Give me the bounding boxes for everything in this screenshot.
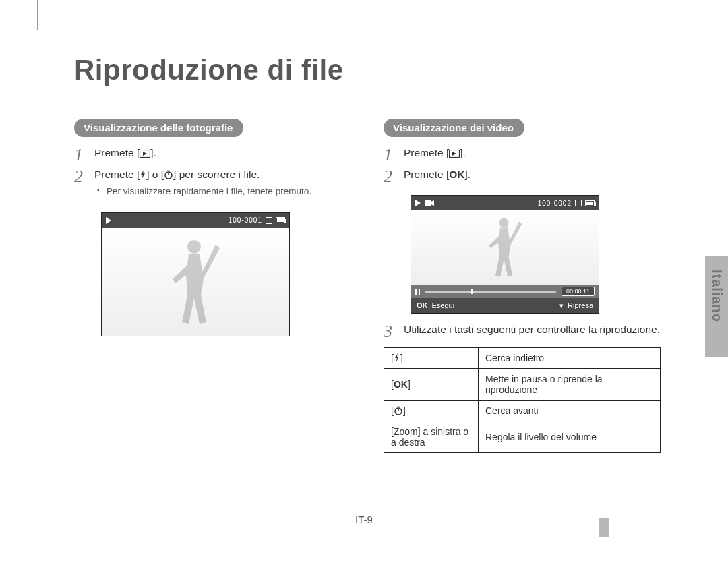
play-icon	[140, 150, 150, 158]
timer-icon	[164, 170, 173, 179]
timer-icon	[394, 406, 403, 415]
columns: Visualizzazione delle fotografie 1 Preme…	[74, 119, 661, 453]
battery-icon	[276, 217, 285, 223]
person-silhouette	[481, 214, 528, 281]
step-number: 1	[384, 146, 394, 164]
section-heading-video: Visualizzazione dei video	[384, 119, 524, 137]
table-row: [] Cerca indietro	[384, 348, 661, 369]
screen-statusbar: 100-0001	[102, 213, 289, 228]
camera-screen-video: 100-0002 00:00:11	[411, 195, 599, 314]
play-icon	[449, 150, 460, 158]
ok-label: OK	[417, 301, 428, 309]
step-text: Premete [] o [] per scorrere i file. Per…	[94, 168, 351, 203]
file-counter: 100-0002	[538, 200, 572, 207]
pause-icon	[415, 289, 420, 295]
flash-icon	[394, 353, 400, 363]
svg-marker-10	[431, 200, 434, 206]
section-heading-photos: Visualizzazione delle fotografie	[74, 119, 243, 137]
screen-image	[102, 228, 289, 336]
page-title: Riproduzione di file	[74, 54, 661, 86]
record-label: Ripresa	[568, 301, 593, 309]
file-counter: 100-0001	[229, 216, 262, 224]
desc-cell: Regola il livello del volume	[479, 421, 661, 453]
svg-marker-1	[143, 152, 147, 156]
svg-point-6	[187, 240, 201, 254]
page-content: Riproduzione di file Visualizzazione del…	[74, 54, 661, 453]
video-icon	[425, 200, 434, 206]
right-step-1: 1 Premete [].	[384, 146, 661, 164]
step-text: Premete [OK].	[404, 168, 661, 185]
memory-icon	[575, 200, 582, 206]
screen-statusbar: 100-0002	[411, 196, 599, 210]
svg-marker-12	[395, 353, 399, 363]
table-row: [OK] Mette in pausa o riprende la riprod…	[384, 369, 661, 401]
right-step-3: 3 Utilizzate i tasti seguenti per contro…	[384, 323, 661, 340]
step-text: Utilizzate i tasti seguenti per controll…	[404, 323, 661, 340]
screen-footer: OK Esegui ▾ Ripresa	[411, 298, 599, 313]
desc-cell: Mette in pausa o riprende la riproduzion…	[479, 369, 661, 401]
memory-icon	[266, 217, 272, 224]
left-step-2: 2 Premete [] o [] per scorrere i file. P…	[74, 168, 351, 203]
chevron-down-icon: ▾	[559, 301, 564, 310]
screen-image	[411, 210, 599, 285]
person-silhouette	[162, 235, 229, 329]
step-number: 2	[74, 168, 85, 203]
svg-point-11	[499, 218, 509, 228]
exec-label: Esegui	[432, 301, 455, 309]
play-icon	[106, 217, 111, 224]
left-step-1: 1 Premete [].	[74, 146, 351, 164]
desc-cell: Cerca indietro	[479, 348, 661, 369]
key-cell: []	[384, 348, 479, 369]
elapsed-time: 00:00:11	[562, 287, 595, 296]
right-column: Visualizzazione dei video 1 Premete []. …	[384, 119, 661, 453]
step-text: Premete [].	[94, 146, 351, 164]
screen-progress: 00:00:11	[411, 285, 599, 298]
table-row: [Zoom] a sinistra o a destra Regola il l…	[384, 421, 661, 453]
desc-cell: Cerca avanti	[479, 401, 661, 421]
progress-bar	[425, 291, 556, 293]
table-row: [] Cerca avanti	[384, 401, 661, 421]
flash-icon	[140, 170, 146, 179]
step-number: 2	[384, 168, 394, 185]
play-icon	[415, 200, 421, 206]
language-label: Italiano	[709, 270, 725, 322]
controls-table: [] Cerca indietro [OK] Mette in pausa o …	[384, 347, 661, 453]
svg-marker-2	[141, 170, 145, 179]
left-column: Visualizzazione delle fotografie 1 Preme…	[74, 119, 351, 453]
key-cell: []	[384, 401, 479, 421]
footer-bar	[599, 518, 609, 537]
key-cell: [Zoom] a sinistra o a destra	[384, 421, 479, 453]
svg-rect-9	[425, 200, 431, 206]
page-number: IT-9	[0, 514, 728, 525]
step-number: 3	[384, 323, 394, 340]
crop-mark-vertical	[37, 0, 38, 30]
svg-marker-8	[452, 152, 456, 156]
step-note: Per visualizzare rapidamente i file, ten…	[100, 185, 351, 198]
step-text: Premete [].	[404, 146, 661, 164]
step-number: 1	[74, 146, 85, 164]
camera-screen-photo: 100-0001	[101, 212, 290, 336]
right-step-2: 2 Premete [OK].	[384, 168, 661, 185]
crop-mark-horizontal	[0, 30, 37, 30]
battery-icon	[585, 200, 595, 206]
key-cell: [OK]	[384, 369, 479, 401]
